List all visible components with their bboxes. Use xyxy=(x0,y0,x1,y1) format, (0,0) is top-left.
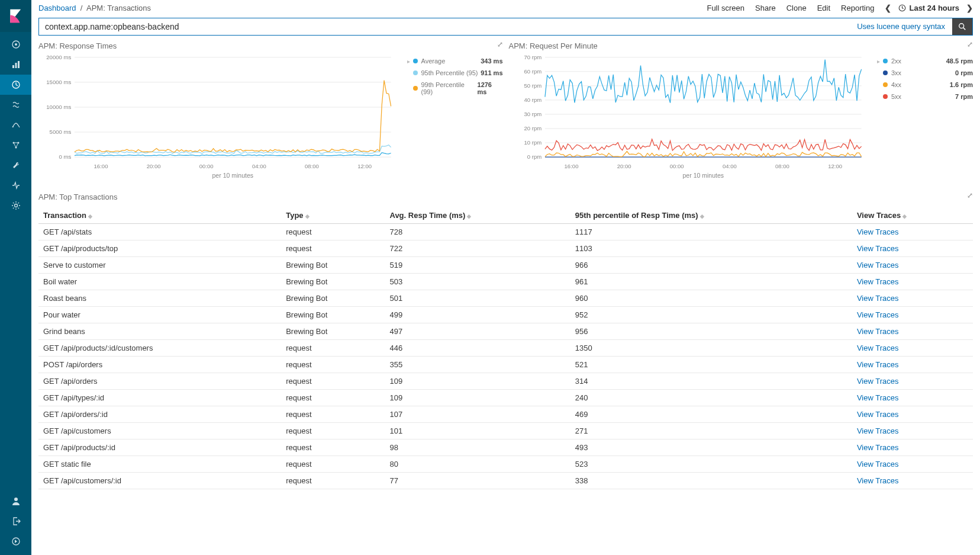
col-type[interactable]: Type◆ xyxy=(281,207,385,224)
share-button[interactable]: Share xyxy=(755,4,776,12)
view-traces-link[interactable]: View Traces xyxy=(857,460,899,469)
clone-button[interactable]: Clone xyxy=(786,4,807,12)
svg-point-1 xyxy=(15,43,17,46)
kibana-logo[interactable] xyxy=(0,0,31,32)
sidebar-item-discover[interactable] xyxy=(0,34,31,54)
svg-text:10000 ms: 10000 ms xyxy=(46,104,71,110)
time-picker: ❮ Last 24 hours ❯ xyxy=(885,4,973,12)
table-row: GET /api/customers/:idrequest77338View T… xyxy=(38,473,973,489)
table-row: Boil waterBrewing Bot503961View Traces xyxy=(38,274,973,290)
sidebar-item-monitoring[interactable] xyxy=(0,175,31,195)
chevron-right-icon[interactable]: ▸ xyxy=(407,58,410,65)
view-traces-link[interactable]: View Traces xyxy=(857,344,899,352)
cell-transaction: GET /api/types/:id xyxy=(38,390,281,406)
sidebar-item-collapse[interactable] xyxy=(0,531,31,551)
time-range-button[interactable]: Last 24 hours xyxy=(898,4,959,12)
cell-p95: 523 xyxy=(570,456,852,473)
fullscreen-button[interactable]: Full screen xyxy=(707,4,744,12)
cell-avg: 107 xyxy=(385,406,570,423)
sidebar-item-logout[interactable] xyxy=(0,511,31,531)
table-row: POST /api/ordersrequest355521View Traces xyxy=(38,357,973,373)
view-traces-link[interactable]: View Traces xyxy=(857,327,899,336)
cell-type: request xyxy=(281,340,385,357)
cell-view: View Traces xyxy=(852,390,973,406)
legend-label: 99th Percentile (99) xyxy=(421,81,478,95)
cell-avg: 519 xyxy=(385,257,570,274)
col-transaction[interactable]: Transaction◆ xyxy=(38,207,281,224)
view-traces-link[interactable]: View Traces xyxy=(857,261,899,270)
view-traces-link[interactable]: View Traces xyxy=(857,244,899,253)
table-row: Serve to customerBrewing Bot519966View T… xyxy=(38,257,973,274)
cell-p95: 338 xyxy=(570,473,852,489)
time-prev-button[interactable]: ❮ xyxy=(885,4,891,12)
time-next-button[interactable]: ❯ xyxy=(966,4,973,12)
svg-text:0 ms: 0 ms xyxy=(59,153,72,160)
cell-view: View Traces xyxy=(852,373,973,390)
cell-type: request xyxy=(281,406,385,423)
sort-icon: ◆ xyxy=(467,213,471,219)
expand-icon[interactable]: ⤢ xyxy=(967,40,973,49)
cell-p95: 314 xyxy=(570,373,852,390)
expand-icon[interactable]: ⤢ xyxy=(497,40,503,49)
chevron-right-icon[interactable]: ▸ xyxy=(877,58,880,65)
cell-transaction: GET /api/products/:id/customers xyxy=(38,340,281,357)
sidebar-item-dashboard[interactable] xyxy=(0,75,31,95)
query-input[interactable] xyxy=(39,18,850,35)
col-view[interactable]: View Traces◆ xyxy=(852,207,973,224)
cell-transaction: GET /api/customers/:id xyxy=(38,473,281,489)
view-traces-link[interactable]: View Traces xyxy=(857,277,899,286)
sidebar-item-graph[interactable] xyxy=(0,135,31,155)
col-p95[interactable]: 95th percentile of Resp Time (ms)◆ xyxy=(570,207,852,224)
svg-text:08:00: 08:00 xyxy=(305,163,319,169)
sidebar-item-apm[interactable] xyxy=(0,115,31,135)
sidebar-item-timelion[interactable] xyxy=(0,95,31,115)
response-times-chart[interactable]: 0 ms5000 ms10000 ms15000 ms20000 ms16:00… xyxy=(38,54,402,184)
cell-view: View Traces xyxy=(852,224,973,240)
sidebar-item-visualize[interactable] xyxy=(0,54,31,75)
table-row: GET /api/types/:idrequest109240View Trac… xyxy=(38,390,973,406)
view-traces-link[interactable]: View Traces xyxy=(857,294,899,303)
panel-response-times: APM: Response Times ⤢ 0 ms5000 ms10000 m… xyxy=(38,41,503,184)
svg-point-11 xyxy=(14,498,18,501)
legend-dot xyxy=(413,70,418,75)
view-traces-link[interactable]: View Traces xyxy=(857,310,899,319)
cell-view: View Traces xyxy=(852,423,973,439)
expand-icon[interactable]: ⤢ xyxy=(967,191,973,200)
sidebar-item-devtools[interactable] xyxy=(0,155,31,175)
view-traces-link[interactable]: View Traces xyxy=(857,426,899,435)
edit-button[interactable]: Edit xyxy=(817,4,830,12)
cell-transaction: Pour water xyxy=(38,307,281,323)
svg-text:30 rpm: 30 rpm xyxy=(524,111,541,117)
transactions-table: Transaction◆ Type◆ Avg. Resp Time (ms)◆ … xyxy=(38,207,973,489)
sidebar-item-account[interactable] xyxy=(0,491,31,511)
view-traces-link[interactable]: View Traces xyxy=(857,410,899,419)
view-traces-link[interactable]: View Traces xyxy=(857,360,899,369)
svg-text:16:00: 16:00 xyxy=(564,163,578,169)
view-traces-link[interactable]: View Traces xyxy=(857,377,899,386)
cell-transaction: Grind beans xyxy=(38,323,281,340)
view-traces-link[interactable]: View Traces xyxy=(857,476,899,485)
col-avg[interactable]: Avg. Resp Time (ms)◆ xyxy=(385,207,570,224)
cell-avg: 77 xyxy=(385,473,570,489)
legend-label: 3xx xyxy=(891,69,901,76)
query-syntax-hint[interactable]: Uses lucene query syntax xyxy=(850,18,952,35)
main: Dashboard / APM: Transactions Full scree… xyxy=(31,0,980,555)
breadcrumb-root[interactable]: Dashboard xyxy=(38,4,76,12)
view-traces-link[interactable]: View Traces xyxy=(857,393,899,402)
cell-type: request xyxy=(281,473,385,489)
reporting-button[interactable]: Reporting xyxy=(841,4,874,12)
search-icon xyxy=(958,23,966,31)
cell-view: View Traces xyxy=(852,357,973,373)
header: Dashboard / APM: Transactions Full scree… xyxy=(31,1,980,14)
panel-title: APM: Request Per Minute xyxy=(509,41,973,50)
sidebar-item-management[interactable] xyxy=(0,195,31,216)
view-traces-link[interactable]: View Traces xyxy=(857,443,899,452)
svg-text:0 rpm: 0 rpm xyxy=(527,153,541,160)
requests-per-minute-chart[interactable]: 0 rpm10 rpm20 rpm30 rpm40 rpm50 rpm60 rp… xyxy=(509,54,873,184)
table-row: GET /api/ordersrequest109314View Traces xyxy=(38,373,973,390)
cell-transaction: GET /api/orders xyxy=(38,373,281,390)
search-button[interactable] xyxy=(952,18,972,35)
cell-p95: 960 xyxy=(570,290,852,307)
view-traces-link[interactable]: View Traces xyxy=(857,227,899,236)
cell-avg: 499 xyxy=(385,307,570,323)
